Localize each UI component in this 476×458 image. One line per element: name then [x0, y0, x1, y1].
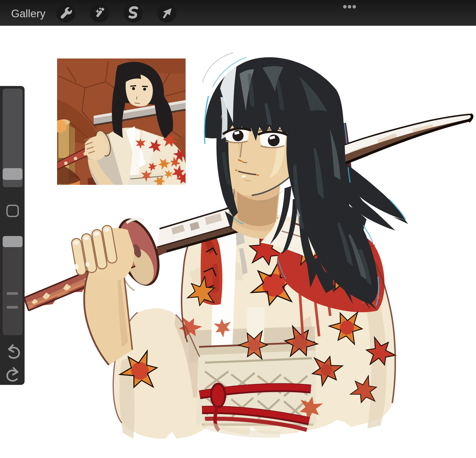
svg-text:Gallery: Gallery: [11, 8, 46, 20]
